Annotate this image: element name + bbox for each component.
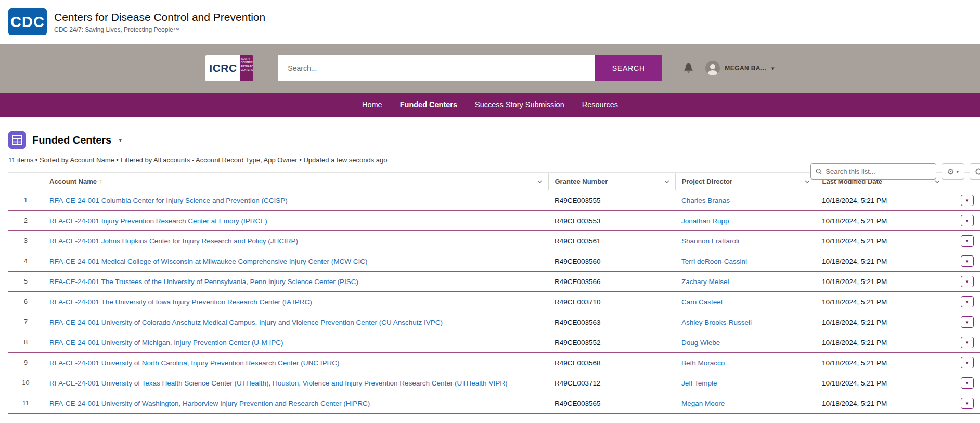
list-view-selector-caret[interactable]: ▾ — [119, 136, 122, 144]
account-link[interactable]: RFA-CE-24-001 University of Colorado Ans… — [49, 318, 443, 326]
table-row: 5RFA-CE-24-001 The Trustees of the Unive… — [8, 272, 980, 292]
account-link[interactable]: RFA-CE-24-001 Columbia Center for Injury… — [49, 197, 288, 204]
gear-icon: ⚙ — [947, 167, 954, 176]
chevron-down-icon: ▾ — [966, 259, 969, 264]
last-modified-cell: 10/18/2024, 5:21 PM — [816, 292, 946, 312]
last-modified-cell: 10/18/2024, 5:21 PM — [816, 353, 946, 373]
table-row: 8RFA-CE-24-001 University of Michigan, I… — [8, 332, 980, 353]
project-director-link[interactable]: Jeff Temple — [681, 379, 717, 387]
account-name-cell: RFA-CE-24-001 Johns Hopkins Center for I… — [43, 231, 548, 251]
column-header-grantee-number[interactable]: Grantee Number — [548, 173, 675, 190]
column-header-project-director[interactable]: Project Director — [675, 173, 816, 190]
cdc-logo[interactable]: CDC — [8, 8, 47, 35]
row-actions-button[interactable]: ▾ — [961, 316, 974, 328]
nav-item-funded-centers[interactable]: Funded Centers — [391, 100, 466, 109]
chevron-down-icon: ▾ — [966, 401, 969, 406]
project-director-link[interactable]: Doug Wiebe — [681, 339, 720, 347]
row-actions-cell: ▾ — [946, 332, 980, 353]
list-search-input[interactable] — [822, 164, 936, 179]
project-director-cell: Ashley Brooks-Russell — [675, 312, 816, 332]
table-row: 4RFA-CE-24-001 Medical College of Wiscon… — [8, 251, 980, 272]
chevron-down-icon[interactable] — [804, 178, 810, 185]
chevron-down-icon: ▾ — [966, 279, 969, 284]
global-search-box — [278, 55, 595, 81]
grantee-number-cell: R49CE003712 — [548, 373, 675, 393]
row-number: 11 — [8, 393, 43, 414]
refresh-icon — [975, 168, 980, 175]
user-menu[interactable]: MEGAN BA... ▾ — [705, 61, 774, 75]
grantee-number-cell: R49CE003555 — [548, 190, 675, 211]
table-row: 11RFA-CE-24-001 University of Washington… — [8, 393, 980, 414]
row-number-column-header — [8, 173, 43, 190]
grantee-number-cell: R49CE003553 — [548, 211, 675, 231]
account-link[interactable]: RFA-CE-24-001 University of Texas Health… — [49, 379, 507, 387]
row-actions-button[interactable]: ▾ — [961, 215, 974, 226]
account-link[interactable]: RFA-CE-24-001 The Trustees of the Univer… — [49, 278, 358, 286]
account-link[interactable]: RFA-CE-24-001 University of North Caroli… — [49, 359, 339, 367]
user-menu-caret-icon: ▾ — [771, 65, 775, 72]
chevron-down-icon[interactable] — [537, 178, 543, 185]
row-number: 9 — [8, 353, 43, 373]
cdc-banner: CDC Centers for Disease Control and Prev… — [0, 0, 980, 44]
table-row: 7RFA-CE-24-001 University of Colorado An… — [8, 312, 980, 332]
list-title-row: Funded Centers ▾ — [8, 131, 980, 149]
project-director-link[interactable]: Megan Moore — [681, 400, 725, 407]
row-actions-button[interactable]: ▾ — [961, 276, 974, 287]
project-director-link[interactable]: Carri Casteel — [681, 298, 723, 306]
row-actions-button[interactable]: ▾ — [961, 337, 974, 348]
row-number: 8 — [8, 332, 43, 353]
project-director-link[interactable]: Beth Moracco — [681, 359, 725, 367]
grantee-number-cell: R49CE003561 — [548, 231, 675, 251]
last-modified-cell: 10/18/2024, 5:21 PM — [816, 373, 946, 393]
project-director-link[interactable]: Zachary Meisel — [681, 278, 729, 286]
site-title: Centers for Disease Control and Preventi… — [54, 11, 265, 23]
project-director-link[interactable]: Jonathan Rupp — [681, 217, 729, 225]
project-director-cell: Megan Moore — [675, 393, 816, 414]
global-search-input[interactable] — [278, 55, 595, 81]
row-actions-button[interactable]: ▾ — [961, 195, 974, 206]
account-link[interactable]: RFA-CE-24-001 University of Washington, … — [49, 400, 370, 407]
row-number: 10 — [8, 373, 43, 393]
account-link[interactable]: RFA-CE-24-001 Medical College of Wiscons… — [49, 258, 367, 265]
row-actions-button[interactable]: ▾ — [961, 398, 974, 409]
table-body: 1RFA-CE-24-001 Columbia Center for Injur… — [8, 190, 980, 414]
account-link[interactable]: RFA-CE-24-001 University of Michigan, In… — [49, 339, 283, 347]
chevron-down-icon: ▾ — [966, 299, 969, 304]
row-actions-cell: ▾ — [946, 393, 980, 414]
row-actions-button[interactable]: ▾ — [961, 296, 974, 307]
nav-item-resources[interactable]: Resources — [573, 100, 627, 109]
column-header-account-name[interactable]: Account Name ↑ — [43, 173, 548, 190]
project-director-link[interactable]: Terri deRoon-Cassini — [681, 258, 747, 265]
global-search-button[interactable]: SEARCH — [595, 55, 662, 81]
last-modified-cell: 10/18/2024, 5:21 PM — [816, 231, 946, 251]
grantee-number-cell: R49CE003565 — [548, 393, 675, 414]
table-row: 3RFA-CE-24-001 Johns Hopkins Center for … — [8, 231, 980, 251]
notifications-button[interactable] — [683, 62, 694, 74]
project-director-link[interactable]: Charles Branas — [681, 197, 730, 204]
refresh-button[interactable] — [970, 163, 980, 180]
account-link[interactable]: RFA-CE-24-001 Injury Prevention Research… — [49, 217, 267, 225]
icrc-logo[interactable]: ICRC INJURY CONTROL RESEARCH CENTERS — [205, 55, 253, 81]
row-actions-button[interactable]: ▾ — [961, 235, 974, 247]
account-name-cell: RFA-CE-24-001 University of North Caroli… — [43, 353, 548, 373]
row-actions-button[interactable]: ▾ — [961, 255, 974, 267]
account-name-cell: RFA-CE-24-001 Injury Prevention Research… — [43, 211, 548, 231]
chevron-down-icon[interactable] — [664, 178, 670, 185]
grantee-number-cell: R49CE003560 — [548, 251, 675, 272]
account-link[interactable]: RFA-CE-24-001 The University of Iowa Inj… — [49, 298, 312, 306]
project-director-link[interactable]: Ashley Brooks-Russell — [681, 318, 752, 326]
nav-item-success-story-submission[interactable]: Success Story Submission — [466, 100, 573, 109]
row-actions-button[interactable]: ▾ — [961, 377, 974, 389]
row-actions-cell: ▾ — [946, 272, 980, 292]
list-settings-button[interactable]: ⚙ ▾ — [942, 163, 964, 180]
nav-item-home[interactable]: Home — [353, 100, 391, 109]
table-row: 9RFA-CE-24-001 University of North Carol… — [8, 353, 980, 373]
table-row: 6RFA-CE-24-001 The University of Iowa In… — [8, 292, 980, 312]
avatar — [705, 61, 720, 75]
chevron-down-icon: ▾ — [966, 319, 969, 325]
account-link[interactable]: RFA-CE-24-001 Johns Hopkins Center for I… — [49, 237, 298, 245]
chevron-down-icon: ▾ — [966, 360, 969, 365]
project-director-link[interactable]: Shannon Frattaroli — [681, 237, 739, 245]
row-actions-button[interactable]: ▾ — [961, 357, 974, 368]
last-modified-cell: 10/18/2024, 5:21 PM — [816, 272, 946, 292]
